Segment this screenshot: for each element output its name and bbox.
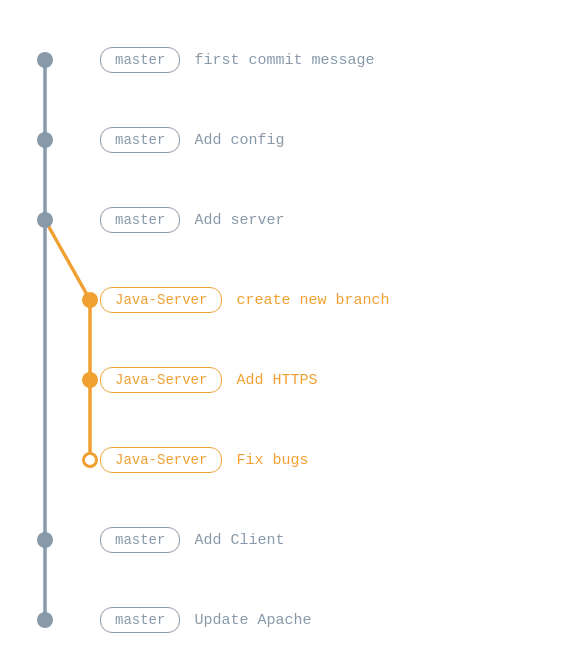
commit-row: masterAdd Client [0,500,567,580]
commit-row: masterUpdate Apache [0,580,567,660]
git-graph: masterfirst commit messagemasterAdd conf… [0,0,567,666]
label-area: masterfirst commit message [90,47,374,73]
commit-node-6[interactable] [82,452,98,468]
commit-row: masterAdd server [0,180,567,260]
label-area: Java-ServerFix bugs [90,447,308,473]
label-area: Java-ServerAdd HTTPS [90,367,317,393]
commit-node-2[interactable] [37,132,53,148]
commit-node-8[interactable] [37,612,53,628]
branch-tag-8[interactable]: master [100,607,180,633]
branch-tag-3[interactable]: master [100,207,180,233]
commit-message-1: first commit message [194,52,374,69]
branch-tag-2[interactable]: master [100,127,180,153]
branch-tag-4[interactable]: Java-Server [100,287,222,313]
label-area: masterAdd server [90,207,284,233]
branch-tag-7[interactable]: master [100,527,180,553]
commit-message-8: Update Apache [194,612,311,629]
label-area: masterAdd Client [90,527,284,553]
label-area: masterAdd config [90,127,284,153]
commit-message-7: Add Client [194,532,284,549]
branch-tag-6[interactable]: Java-Server [100,447,222,473]
commit-message-5: Add HTTPS [236,372,317,389]
branch-tag-5[interactable]: Java-Server [100,367,222,393]
label-area: Java-Servercreate new branch [90,287,389,313]
commit-message-4: create new branch [236,292,389,309]
commit-row: masterfirst commit message [0,20,567,100]
commit-row: Java-Servercreate new branch [0,260,567,340]
label-area: masterUpdate Apache [90,607,311,633]
commit-message-2: Add config [194,132,284,149]
commit-node-7[interactable] [37,532,53,548]
commit-row: Java-ServerAdd HTTPS [0,340,567,420]
commit-row: Java-ServerFix bugs [0,420,567,500]
commit-node-4[interactable] [82,292,98,308]
commit-message-6: Fix bugs [236,452,308,469]
commit-node-5[interactable] [82,372,98,388]
commit-node-1[interactable] [37,52,53,68]
commit-row: masterAdd config [0,100,567,180]
commit-message-3: Add server [194,212,284,229]
branch-tag-1[interactable]: master [100,47,180,73]
commit-node-3[interactable] [37,212,53,228]
